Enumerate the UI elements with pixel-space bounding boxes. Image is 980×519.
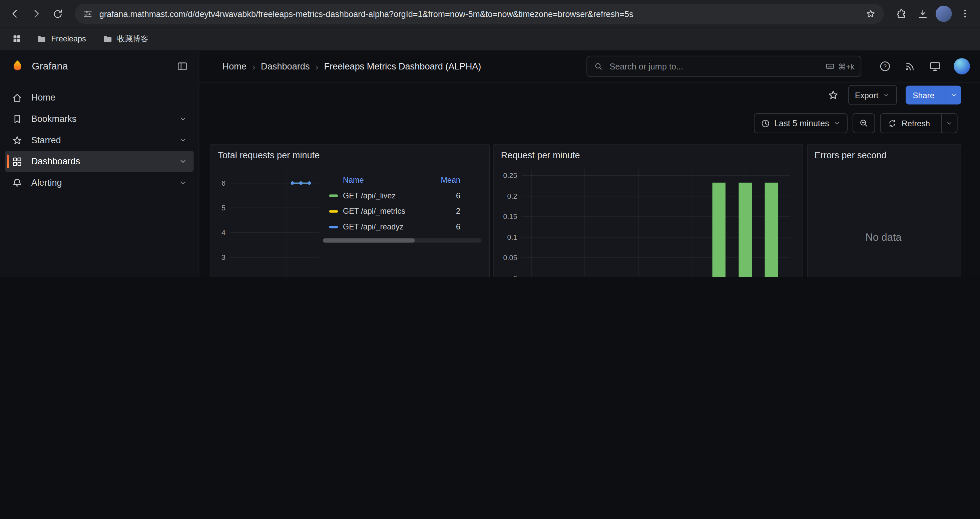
chevron-down-icon (834, 120, 841, 127)
bookmark-label: 收藏博客 (117, 34, 148, 44)
search-shortcut: ⌘+k (825, 61, 854, 72)
chevron-down-icon (883, 91, 890, 99)
panel-request-per-minute: Request per minute 00.050.10.150.20.2517… (493, 144, 803, 277)
svg-text:0.1: 0.1 (508, 233, 517, 241)
dashboards-grid-icon (11, 155, 23, 167)
downloads-button[interactable] (913, 4, 932, 24)
back-button[interactable] (5, 4, 25, 24)
sidebar-item-bookmarks[interactable]: Bookmarks (5, 108, 194, 129)
panel-title[interactable]: Request per minute (494, 145, 803, 161)
share-menu-toggle[interactable] (946, 86, 961, 105)
chevron-down-icon[interactable] (179, 157, 188, 166)
grafana-logo[interactable] (10, 59, 25, 74)
puzzle-icon (895, 8, 907, 20)
panel-title[interactable]: Errors per second (808, 145, 961, 161)
legend-rows: GET /api/_livez6GET /api/_metrics2GET /a… (329, 188, 482, 235)
legend-row[interactable]: GET /api/_readyz6 (329, 219, 482, 235)
dashboard-actions: Export Share (199, 84, 980, 106)
reload-icon (51, 8, 64, 20)
legend-row[interactable]: GET /api/_livez6 (329, 188, 482, 203)
profile-button[interactable] (934, 4, 954, 24)
user-avatar[interactable] (954, 58, 970, 75)
bookmarks-bar: Freeleaps 收藏博客 (0, 27, 980, 50)
legend-header[interactable]: NameMean (329, 172, 482, 188)
series-color-dash (329, 210, 338, 212)
legend-scrollbar[interactable] (323, 238, 482, 243)
time-controls: Last 5 minutes Refresh (199, 113, 980, 134)
export-button[interactable]: Export (848, 85, 897, 105)
legend-col-name[interactable]: Name (329, 175, 425, 184)
forward-button[interactable] (26, 4, 46, 24)
sidebar-header: Grafana (0, 51, 199, 82)
bookmark-icon (11, 113, 23, 125)
apps-grid-button[interactable] (9, 31, 25, 47)
svg-text:0.25: 0.25 (503, 172, 517, 180)
news-rss-icon[interactable] (904, 60, 916, 72)
panel-title[interactable]: Total requests per minute (211, 145, 489, 161)
breadcrumb-home[interactable]: Home (223, 61, 247, 72)
time-range-picker[interactable]: Last 5 minutes (754, 113, 848, 133)
sidebar-item-dashboards[interactable]: Dashboards (5, 151, 194, 172)
search-input[interactable] (608, 61, 820, 72)
main-area: Home › Dashboards › Freeleaps Metrics Da… (199, 51, 980, 277)
sidebar-item-starred[interactable]: Starred (5, 129, 194, 151)
legend-row[interactable]: GET /api/_metrics2 (329, 203, 482, 219)
screen: grafana.mathmast.com/d/deytv4rwavabkb/fr… (0, 0, 980, 277)
grafana-app: Grafana Home Bookmarks Starred (0, 51, 980, 277)
bookmark-label: Freeleaps (51, 34, 86, 43)
request-per-minute-chart[interactable]: 00.050.10.150.20.2517:37:0017:38:0017:39… (500, 162, 794, 277)
site-settings-icon[interactable] (83, 8, 93, 19)
time-range-label: Last 5 minutes (774, 118, 829, 128)
arrow-left-icon (9, 7, 21, 20)
brand-name: Grafana (32, 61, 68, 72)
url-text[interactable]: grafana.mathmast.com/d/deytv4rwavabkb/fr… (99, 9, 859, 18)
svg-text:3: 3 (221, 254, 226, 262)
folder-icon (102, 34, 113, 44)
refresh-interval-toggle[interactable] (941, 114, 957, 133)
sidebar-item-label: Starred (31, 135, 61, 145)
zoom-out-button[interactable] (853, 113, 875, 133)
sidebar-item-label: Bookmarks (31, 114, 77, 124)
sidebar-toggle-icon[interactable] (176, 60, 188, 72)
chevron-down-icon[interactable] (179, 178, 188, 187)
svg-text:0.15: 0.15 (503, 213, 517, 221)
bookmark-star-icon[interactable] (865, 8, 876, 19)
home-icon (11, 91, 23, 104)
sidebar-item-home[interactable]: Home (5, 87, 194, 108)
extensions-button[interactable] (891, 4, 911, 24)
scrollbar-thumb[interactable] (323, 238, 415, 243)
refresh-label: Refresh (902, 118, 930, 128)
breadcrumb-dashboards[interactable]: Dashboards (261, 61, 310, 72)
chevron-down-icon[interactable] (179, 115, 188, 123)
total-requests-chart[interactable]: 2345617:40 (218, 162, 323, 277)
breadcrumb-separator: › (252, 61, 255, 72)
sidebar: Grafana Home Bookmarks Starred (0, 51, 199, 277)
svg-text:0: 0 (513, 275, 517, 277)
keyboard-icon (825, 61, 835, 72)
bookmark-folder-freeleaps[interactable]: Freeleaps (31, 32, 91, 46)
legend-series-name: GET /api/_metrics (343, 207, 425, 216)
reload-button[interactable] (48, 4, 67, 24)
browser-menu-button[interactable] (955, 4, 975, 24)
header-icons: ? (870, 58, 980, 75)
bookmark-folder-blogs[interactable]: 收藏博客 (97, 32, 153, 46)
legend-col-value[interactable]: Mean (425, 175, 460, 184)
favorite-star-icon[interactable] (827, 89, 839, 101)
help-icon[interactable]: ? (879, 60, 891, 72)
monitor-icon[interactable] (929, 60, 941, 72)
chevron-down-icon[interactable] (179, 136, 188, 144)
folder-icon (37, 34, 47, 44)
search-box[interactable]: ⌘+k (586, 56, 861, 77)
share-button[interactable]: Share (906, 86, 961, 105)
profile-avatar (935, 6, 952, 22)
svg-text:?: ? (884, 63, 887, 70)
breadcrumb-separator: › (315, 61, 318, 72)
top-nav: Home › Dashboards › Freeleaps Metrics Da… (199, 51, 980, 83)
zoom-out-icon (859, 118, 869, 128)
url-bar[interactable]: grafana.mathmast.com/d/deytv4rwavabkb/fr… (75, 4, 884, 24)
sidebar-item-label: Dashboards (31, 156, 80, 166)
refresh-button[interactable]: Refresh (880, 113, 957, 133)
sidebar-item-alerting[interactable]: Alerting (5, 172, 194, 193)
chevron-down-icon (950, 91, 957, 99)
star-icon (11, 134, 23, 146)
